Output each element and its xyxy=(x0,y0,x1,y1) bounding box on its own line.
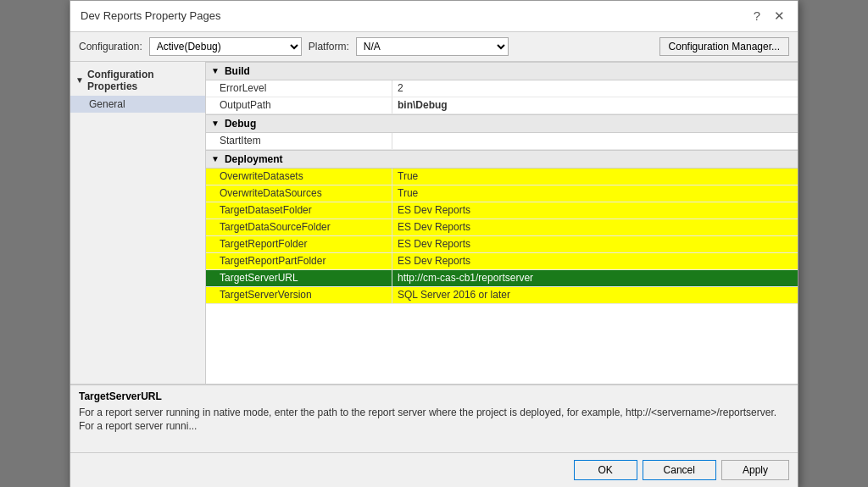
prop-name-errorlevel: ErrorLevel xyxy=(206,80,392,97)
prop-row-target-datasource-folder: TargetDataSourceFolder ES Dev Reports xyxy=(206,219,798,236)
prop-name-target-server-version: TargetServerVersion xyxy=(206,287,392,303)
config-label: Configuration: xyxy=(79,41,142,53)
prop-value-overwrite-datasources[interactable]: True xyxy=(392,185,798,202)
prop-row-target-reportpart-folder: TargetReportPartFolder ES Dev Reports xyxy=(206,253,798,270)
section-debug: ▼ Debug xyxy=(206,114,798,133)
prop-row-target-server-version: TargetServerVersion SQL Server 2016 or l… xyxy=(206,287,798,304)
cancel-button[interactable]: Cancel xyxy=(643,460,716,480)
chevron-debug-icon: ▼ xyxy=(211,119,220,128)
properties-pane: ▼ Build ErrorLevel 2 OutputPath bin\Debu… xyxy=(206,62,798,384)
ok-button[interactable]: OK xyxy=(574,460,637,480)
prop-row-overwrite-datasets: OverwriteDatasets True xyxy=(206,169,798,185)
close-button[interactable]: ✕ xyxy=(771,8,787,25)
prop-value-target-report-folder[interactable]: ES Dev Reports xyxy=(392,236,798,252)
title-actions: ? ✕ xyxy=(748,8,787,25)
dialog-title: Dev Reports Property Pages xyxy=(81,9,220,22)
prop-name-target-reportpart-folder: TargetReportPartFolder xyxy=(206,253,392,269)
prop-name-startitem: StartItem xyxy=(206,133,392,149)
prop-row-target-server-url: TargetServerURL http://cm-cas-cb1/report… xyxy=(206,270,798,287)
prop-value-target-reportpart-folder[interactable]: ES Dev Reports xyxy=(392,253,798,269)
toolbar: Configuration: Active(Debug) Platform: N… xyxy=(70,32,798,62)
chevron-build-icon: ▼ xyxy=(211,66,220,75)
section-deployment: ▼ Deployment xyxy=(206,150,798,169)
prop-row-target-report-folder: TargetReportFolder ES Dev Reports xyxy=(206,236,798,253)
prop-value-target-dataset-folder[interactable]: ES Dev Reports xyxy=(392,202,798,219)
prop-value-errorlevel[interactable]: 2 xyxy=(392,80,798,97)
prop-name-target-datasource-folder: TargetDataSourceFolder xyxy=(206,219,392,235)
prop-name-target-dataset-folder: TargetDatasetFolder xyxy=(206,202,392,219)
prop-name-target-report-folder: TargetReportFolder xyxy=(206,236,392,252)
prop-value-target-server-url[interactable]: http://cm-cas-cb1/reportserver xyxy=(392,270,798,286)
sidebar: ▼ Configuration Properties General xyxy=(70,62,206,384)
platform-label: Platform: xyxy=(309,41,349,53)
sidebar-group-label: Configuration Properties xyxy=(87,69,200,92)
section-build: ▼ Build xyxy=(206,62,798,80)
prop-name-outputpath: OutputPath xyxy=(206,97,392,113)
prop-row-outputpath: OutputPath bin\Debug xyxy=(206,97,798,114)
prop-name-overwrite-datasets: OverwriteDatasets xyxy=(206,169,392,185)
sidebar-group-config-properties[interactable]: ▼ Configuration Properties xyxy=(70,65,205,96)
prop-row-errorlevel: ErrorLevel 2 xyxy=(206,80,798,97)
collapse-arrow-icon: ▼ xyxy=(75,75,84,85)
sidebar-item-general[interactable]: General xyxy=(70,96,205,113)
apply-button[interactable]: Apply xyxy=(721,460,789,480)
platform-select[interactable]: N/A xyxy=(356,37,509,56)
description-text: For a report server running in native mo… xyxy=(79,406,789,434)
prop-value-outputpath[interactable]: bin\Debug xyxy=(392,97,798,113)
dialog-window: Dev Reports Property Pages ? ✕ Configura… xyxy=(70,0,798,487)
config-manager-button[interactable]: Configuration Manager... xyxy=(659,37,789,56)
button-bar: OK Cancel Apply xyxy=(70,452,798,487)
prop-row-target-dataset-folder: TargetDatasetFolder ES Dev Reports xyxy=(206,202,798,219)
main-content: ▼ Configuration Properties General ▼ Bui… xyxy=(70,62,798,385)
description-panel: TargetServerURL For a report server runn… xyxy=(70,385,798,452)
prop-value-target-server-version[interactable]: SQL Server 2016 or later xyxy=(392,287,798,303)
prop-value-startitem[interactable] xyxy=(392,133,798,149)
title-bar: Dev Reports Property Pages ? ✕ xyxy=(70,1,798,32)
config-select[interactable]: Active(Debug) xyxy=(149,37,302,56)
chevron-deployment-icon: ▼ xyxy=(211,154,220,163)
prop-row-startitem: StartItem xyxy=(206,133,798,150)
prop-name-target-server-url: TargetServerURL xyxy=(206,270,392,286)
prop-value-overwrite-datasets[interactable]: True xyxy=(392,169,798,185)
prop-name-overwrite-datasources: OverwriteDataSources xyxy=(206,185,392,202)
prop-row-overwrite-datasources: OverwriteDataSources True xyxy=(206,185,798,202)
prop-value-target-datasource-folder[interactable]: ES Dev Reports xyxy=(392,219,798,235)
help-button[interactable]: ? xyxy=(748,8,765,25)
description-title: TargetServerURL xyxy=(79,390,789,402)
